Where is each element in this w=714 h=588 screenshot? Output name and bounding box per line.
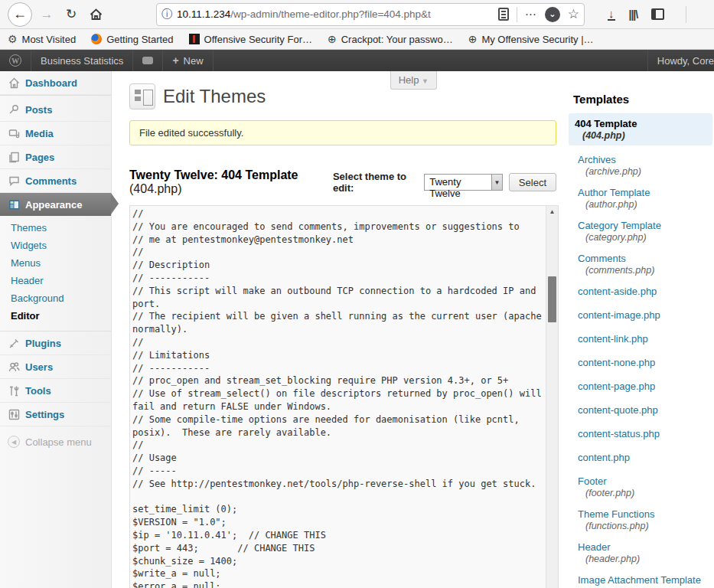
url-text: 10.11.1.234/wp-admin/theme-editor.php?fi… [177,8,494,20]
sidebar-item-media[interactable]: Media [0,122,111,145]
template-link[interactable]: 404 Template (404.php) [569,113,712,145]
comment-bubble-icon [142,57,153,64]
submenu-item-background[interactable]: Background [0,289,111,307]
template-link[interactable]: content-status.php [573,426,708,441]
select-theme-button[interactable]: Select [509,173,556,191]
reload-button[interactable]: ↻ [61,5,81,24]
theme-select[interactable]: Twenty Twelve ▼ [424,174,503,191]
scroll-up-icon[interactable]: ▲ [546,206,558,217]
code-editor: // // You are encouraged to send comment… [129,205,559,588]
template-link[interactable]: Category Template (category.php) [573,218,708,244]
sidebar-toggle-icon[interactable] [651,8,664,20]
home-button[interactable] [86,5,106,24]
edit-themes-icon [129,83,155,109]
template-link[interactable]: Archives (archive.php) [573,152,708,178]
collapse-menu-button[interactable]: ◀ Collapse menu [0,426,111,457]
bookmark-getting-started[interactable]: Getting Started [91,34,173,45]
tools-icon [8,384,20,397]
sidebar-item-dashboard[interactable]: Dashboard [0,71,111,95]
sidebar-item-plugins[interactable]: Plugins [0,332,111,355]
template-link[interactable]: Theme Functions (functions.php) [573,507,708,533]
sidebar-item-tools[interactable]: Tools [0,379,111,403]
template-link[interactable]: content-aside.php [573,284,708,299]
template-link[interactable]: content-none.php [573,355,708,370]
template-link[interactable]: content-quote.php [573,403,708,417]
collapse-arrow-icon: ◀ [8,436,20,448]
editor-scrollbar[interactable]: ▲ ▼ [546,206,558,588]
template-link[interactable]: Author Template (author.php) [573,185,708,211]
template-link[interactable]: content-image.php [573,308,708,322]
page-title: Edit Themes [163,86,266,107]
reader-mode-icon[interactable] [498,8,509,21]
submenu-item-themes[interactable]: Themes [0,219,111,237]
firefox-icon [91,34,102,44]
comments-menu[interactable] [133,50,163,71]
scrollbar-thumb[interactable] [548,276,556,322]
submenu-item-editor[interactable]: Editor [0,307,111,325]
pocket-icon[interactable]: ⌄ [545,7,560,22]
sidebar-item-users[interactable]: Users [0,355,111,379]
downloads-icon[interactable]: ↓ [608,8,615,21]
settings-icon [8,408,20,420]
bookmarks-bar: ⚙ Most Visited Getting Started Offensive… [0,29,714,50]
bookmark-offensive-security-forum[interactable]: Offensive Security For… [189,34,312,45]
file-title: Twenty Twelve: 404 Template (404.php) [129,168,333,196]
sidebar-item-comments[interactable]: Comments [0,169,111,193]
plus-icon: + [172,54,178,67]
wp-admin-menu: Dashboard Posts Media Pages Comments App… [0,71,112,588]
globe-icon: ⊕ [328,33,337,45]
site-info-icon[interactable]: ⓘ [161,8,172,21]
pin-icon [8,103,20,116]
submenu-item-widgets[interactable]: Widgets [0,237,111,254]
submenu-item-menus[interactable]: Menus [0,254,111,272]
dashboard-icon [8,77,20,89]
success-notice: File edited successfully. [129,120,556,145]
users-icon [8,361,20,373]
comments-icon [8,175,20,187]
code-textarea[interactable]: // // You are encouraged to send comment… [130,206,546,588]
offsec-icon [189,34,200,44]
template-link[interactable]: content-link.php [573,332,708,346]
sidebar-item-pages[interactable]: Pages [0,145,111,169]
gear-icon: ⚙ [8,33,18,45]
back-button[interactable]: ← [8,2,32,27]
browser-toolbar: ← → ↻ ⓘ 10.11.1.234/wp-admin/theme-edito… [0,0,714,29]
template-link[interactable]: Comments (comments.php) [573,251,708,277]
howdy-account-menu[interactable]: Howdy, Core [647,50,714,71]
wp-admin-bar: W Business Statistics + New Howdy, Core [0,50,714,71]
help-button[interactable]: Help ▼ [390,71,437,90]
template-link[interactable]: content-page.php [573,379,708,394]
template-link[interactable]: Footer (footer.php) [573,474,708,500]
template-link[interactable]: content.php [573,450,708,465]
bookmark-my-offensive-security[interactable]: ⊕ My Offensive Security |… [468,33,594,45]
toolbar-end-separator [686,6,686,23]
wp-logo-menu[interactable]: W [0,50,31,71]
bookmark-star-icon[interactable]: ☆ [568,6,579,22]
templates-sidebar: Templates 404 Template (404.php) Archive… [564,71,714,588]
sidebar-item-posts[interactable]: Posts [0,98,111,122]
globe-icon: ⊕ [468,33,478,45]
new-content-menu[interactable]: + New [163,50,213,71]
sidebar-item-settings[interactable]: Settings [0,403,111,426]
site-name-menu[interactable]: Business Statistics [31,50,133,71]
select-theme-label: Select theme to edit: [333,171,418,194]
library-icon[interactable]: |||\ [629,8,638,21]
main-content: Help ▼ Edit Themes File edited successfu… [112,71,564,588]
plugins-icon [8,337,20,349]
urlbar-separator [517,7,517,22]
select-arrow-icon: ▼ [491,175,502,190]
bookmark-crackpot[interactable]: ⊕ Crackpot: Your passwo… [328,33,453,45]
submenu-item-header[interactable]: Header [0,272,111,289]
appearance-icon [8,198,20,211]
url-fade [466,5,501,25]
scrollbar-track[interactable] [546,217,558,588]
template-link[interactable]: Header (header.php) [573,540,708,566]
page-actions-icon[interactable]: ⋯ [525,8,537,21]
template-link[interactable]: Image Attachment Template (image.php) [573,573,708,588]
bookmark-most-visited[interactable]: ⚙ Most Visited [8,33,76,45]
pages-icon [8,151,20,163]
url-bar[interactable]: ⓘ 10.11.1.234/wp-admin/theme-editor.php?… [156,3,585,26]
forward-button[interactable]: → [37,5,57,24]
sidebar-item-appearance[interactable]: Appearance [0,193,111,216]
chevron-down-icon: ▼ [422,77,429,85]
